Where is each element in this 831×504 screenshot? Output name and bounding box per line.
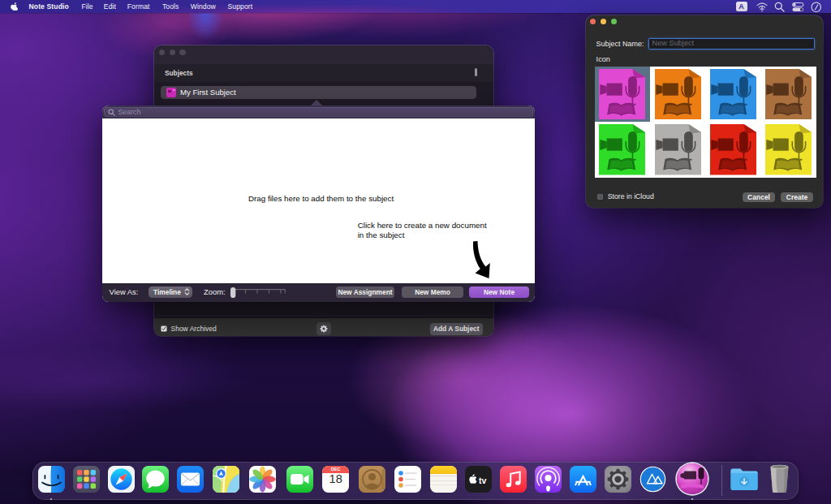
svg-text:tv: tv (479, 476, 486, 485)
